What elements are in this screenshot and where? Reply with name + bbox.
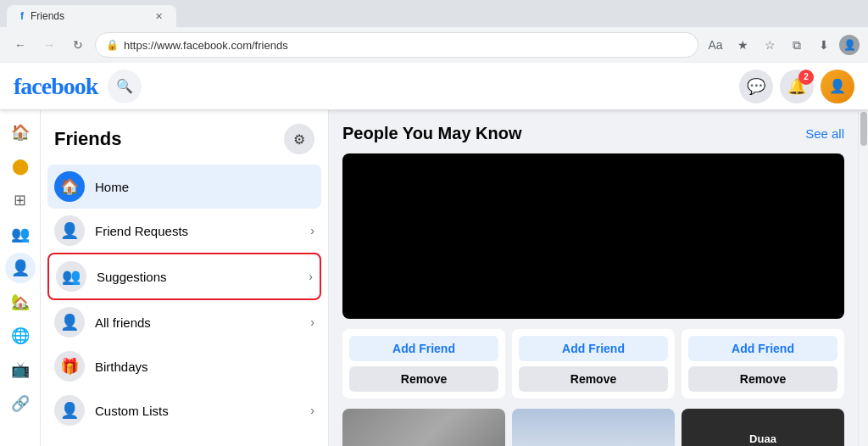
sidebar-friend-requests-label: Friend Requests bbox=[95, 224, 300, 238]
facebook-app: facebook 🔍 💬 🔔 2 👤 🏠 ⬤ ⊞ 👥 👤 🏡 bbox=[0, 63, 868, 446]
icon-sidebar: 🏠 ⬤ ⊞ 👥 👤 🏡 🌐 📺 🔗 bbox=[0, 110, 41, 446]
sidebar-all-friends-label: All friends bbox=[95, 315, 300, 330]
sidebar-grid-icon-btn[interactable]: ⊞ bbox=[5, 185, 36, 215]
browser-nav-bar: ← → ↻ 🔒 https://www.facebook.com/friends… bbox=[0, 27, 868, 63]
friend-card-3-buttons: Add Friend Remove bbox=[682, 329, 844, 399]
sidebar-gear-button[interactable]: ⚙ bbox=[284, 124, 314, 154]
facebook-topnav: facebook 🔍 💬 🔔 2 👤 bbox=[0, 63, 868, 110]
search-icon: 🔍 bbox=[116, 78, 133, 94]
friend-card-1-buttons: Add Friend Remove bbox=[342, 329, 505, 399]
browser-action-buttons: Aa ★ ☆ ⧉ ⬇ 👤 bbox=[704, 33, 860, 57]
browser-profile[interactable]: 👤 bbox=[839, 35, 860, 55]
sidebar-link-icon-btn[interactable]: 🔗 bbox=[5, 388, 36, 419]
all-friends-icon-circle: 👤 bbox=[54, 307, 85, 337]
browser-profile-icon: 👤 bbox=[843, 39, 856, 51]
main-body: 🏠 ⬤ ⊞ 👥 👤 🏡 🌐 📺 🔗 Friends ⚙ 🏠 bbox=[0, 110, 868, 446]
scrollbar-track bbox=[858, 110, 868, 446]
facebook-logo: facebook bbox=[14, 73, 97, 100]
suggestions-icon-circle: 👥 bbox=[56, 261, 86, 292]
friend-requests-icon-circle: 👤 bbox=[54, 215, 85, 246]
chevron-right-icon-3: › bbox=[310, 315, 314, 329]
sidebar-item-all-friends[interactable]: 👤 All friends › bbox=[47, 300, 321, 344]
sidebar-home-icon-btn[interactable]: 🏠 bbox=[5, 117, 36, 148]
friends-sidebar: Friends ⚙ 🏠 Home 👤 Friend Requests › bbox=[41, 110, 329, 446]
browser-collections-button[interactable]: ⧉ bbox=[785, 33, 809, 57]
messenger-button[interactable]: 💬 bbox=[739, 70, 773, 103]
friends-main-content: People You May Know See all Add Friend R… bbox=[329, 110, 858, 446]
tab-title: Friends bbox=[31, 10, 64, 22]
birthday-icon: 🎁 bbox=[60, 357, 79, 376]
back-button[interactable]: ← bbox=[8, 33, 32, 57]
home-icon: 🏠 bbox=[60, 177, 79, 196]
add-friend-button-2[interactable]: Add Friend bbox=[519, 336, 668, 361]
friend-requests-icon: 👤 bbox=[60, 221, 79, 240]
sidebar-custom-lists-label: Custom Lists bbox=[95, 404, 300, 418]
sidebar-item-birthdays[interactable]: 🎁 Birthdays bbox=[47, 344, 321, 388]
messenger-icon: 💬 bbox=[747, 77, 765, 96]
sidebar-item-friend-requests[interactable]: 👤 Friend Requests › bbox=[47, 209, 321, 253]
user-avatar-button[interactable]: 👤 bbox=[821, 70, 854, 103]
lock-icon: 🔒 bbox=[106, 39, 119, 51]
sidebar-item-suggestions[interactable]: 👥 Suggestions › bbox=[47, 253, 321, 300]
custom-lists-icon: 👤 bbox=[60, 401, 79, 420]
sidebar-people-icon-btn[interactable]: 👤 bbox=[5, 253, 36, 283]
add-friend-button-3[interactable]: Add Friend bbox=[688, 336, 837, 361]
bottom-card-2 bbox=[512, 409, 675, 446]
sidebar-item-home[interactable]: 🏠 Home bbox=[47, 164, 321, 209]
download-button[interactable]: ⬇ bbox=[812, 33, 836, 57]
bottom-image-cards: Duaa Umeed Nahi Yakeen ↗ bbox=[342, 409, 844, 446]
suggestions-icon: 👥 bbox=[62, 267, 81, 286]
sidebar-home-label: Home bbox=[95, 180, 314, 194]
fb-favicon: f bbox=[20, 10, 24, 22]
chevron-right-icon-4: › bbox=[310, 404, 314, 417]
scrollbar-thumb[interactable] bbox=[860, 112, 867, 146]
reload-button[interactable]: ↻ bbox=[66, 33, 90, 57]
tab-close[interactable]: ✕ bbox=[155, 11, 163, 22]
sidebar-circle-icon-btn[interactable]: ⬤ bbox=[5, 151, 36, 181]
duaa-card-content: Duaa Umeed Nahi Yakeen bbox=[728, 432, 798, 447]
read-aloud-button[interactable]: Aa bbox=[704, 33, 727, 57]
avatar-icon: 👤 bbox=[829, 78, 846, 94]
chevron-right-icon-2: › bbox=[309, 270, 313, 283]
url-text: https://www.facebook.com/friends bbox=[124, 39, 687, 52]
search-button[interactable]: 🔍 bbox=[108, 70, 142, 103]
address-bar[interactable]: 🔒 https://www.facebook.com/friends bbox=[95, 32, 698, 58]
friends-sidebar-title: Friends bbox=[54, 128, 121, 150]
notification-badge: 2 bbox=[798, 70, 814, 85]
remove-button-1[interactable]: Remove bbox=[349, 366, 498, 392]
sidebar-friends-icon-btn[interactable]: 👥 bbox=[5, 219, 36, 249]
add-friend-button-1[interactable]: Add Friend bbox=[349, 336, 498, 361]
friend-cards-buttons-row: Add Friend Remove Add Friend Remove Add … bbox=[342, 329, 844, 399]
notifications-button[interactable]: 🔔 2 bbox=[780, 70, 814, 103]
favorites-button[interactable]: ★ bbox=[731, 33, 754, 57]
sidebar-home2-icon-btn[interactable]: 🏡 bbox=[5, 287, 36, 317]
forward-button[interactable]: → bbox=[37, 33, 61, 57]
friends-sidebar-header: Friends ⚙ bbox=[47, 124, 321, 154]
friend-card-2-buttons: Add Friend Remove bbox=[512, 329, 675, 399]
all-friends-icon: 👤 bbox=[60, 313, 79, 332]
birthdays-icon-circle: 🎁 bbox=[54, 351, 85, 382]
chevron-right-icon: › bbox=[310, 224, 314, 237]
section-title: People You May Know bbox=[342, 124, 522, 143]
section-header: People You May Know See all bbox=[342, 124, 844, 143]
sidebar-birthdays-label: Birthdays bbox=[95, 360, 314, 374]
custom-lists-icon-circle: 👤 bbox=[54, 395, 85, 426]
duaa-title: Duaa bbox=[728, 432, 798, 445]
sidebar-globe-icon-btn[interactable]: 🌐 bbox=[5, 321, 36, 351]
remove-button-2[interactable]: Remove bbox=[519, 366, 668, 392]
browser-chrome: f Friends ✕ ← → ↻ 🔒 https://www.facebook… bbox=[0, 0, 868, 63]
sidebar-item-custom-lists[interactable]: 👤 Custom Lists › bbox=[47, 388, 321, 432]
black-content-area bbox=[342, 153, 844, 319]
bottom-card-1 bbox=[342, 409, 505, 446]
browser-tab[interactable]: f Friends ✕ bbox=[7, 5, 176, 27]
nav-actions: 💬 🔔 2 👤 bbox=[739, 70, 854, 103]
sidebar-suggestions-label: Suggestions bbox=[97, 270, 298, 284]
browser-tab-bar: f Friends ✕ bbox=[0, 0, 868, 27]
bottom-card-3: Duaa Umeed Nahi Yakeen ↗ bbox=[682, 409, 844, 446]
home-icon-circle: 🏠 bbox=[54, 171, 85, 202]
sidebar-tv-icon-btn[interactable]: 📺 bbox=[5, 354, 36, 385]
gear-icon: ⚙ bbox=[293, 131, 305, 148]
see-all-link[interactable]: See all bbox=[805, 126, 844, 141]
remove-button-3[interactable]: Remove bbox=[688, 366, 837, 392]
star-button[interactable]: ☆ bbox=[758, 33, 782, 57]
